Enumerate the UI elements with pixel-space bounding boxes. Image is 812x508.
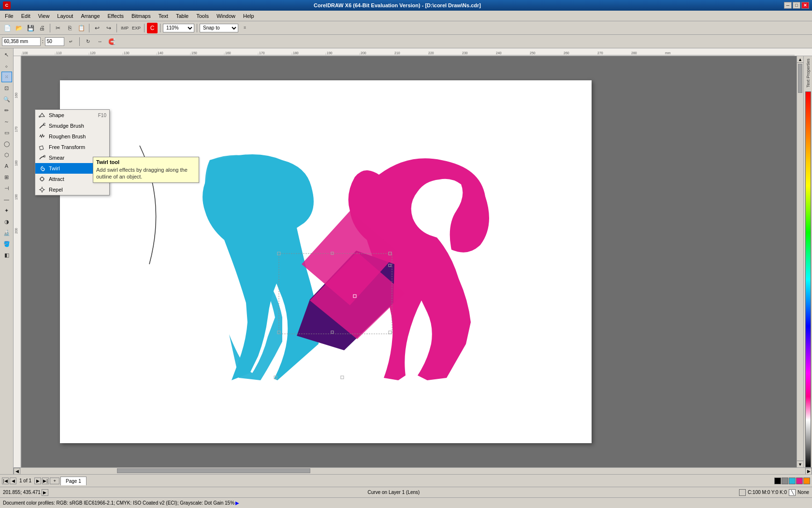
color-orange[interactable] — [803, 478, 810, 484]
mirror-h-btn[interactable]: ↔ — [95, 36, 105, 47]
maximize-button[interactable]: □ — [793, 2, 800, 9]
import-button[interactable]: IMP — [119, 23, 130, 33]
add-page-button[interactable]: + — [50, 478, 59, 484]
smart-fill[interactable]: ◧ — [1, 250, 12, 260]
coord-x-input[interactable] — [2, 37, 41, 46]
menu-tools[interactable]: Tools — [192, 12, 213, 20]
svg-text:220: 220 — [428, 51, 434, 55]
app-icon: C — [3, 1, 11, 9]
next-page-button[interactable]: ▶ — [34, 478, 41, 484]
effects-tool[interactable]: ✦ — [1, 205, 12, 216]
table-tool[interactable]: ⊞ — [1, 172, 12, 182]
crop-tool[interactable]: ⊡ — [1, 83, 12, 93]
coord-y-input[interactable] — [45, 37, 64, 46]
text-tool[interactable]: A — [1, 161, 12, 171]
menu-table[interactable]: Table — [172, 12, 192, 20]
menu-view[interactable]: View — [34, 12, 54, 20]
canvas-viewport[interactable]: Shape F10 Smudge Brush — [21, 56, 797, 467]
first-page-button[interactable]: |◀ — [2, 478, 9, 484]
export-button[interactable]: EXP — [131, 23, 142, 33]
color-cyan[interactable] — [789, 478, 796, 484]
vertical-scrollbar[interactable]: ▲ ▼ — [797, 56, 803, 467]
tooltip-description: Add swirl effects by dragging along the … — [96, 166, 196, 180]
menu-item-smudge[interactable]: Smudge Brush — [35, 120, 109, 131]
polygon-tool[interactable]: ⬡ — [1, 149, 12, 160]
tooltip-popup: Twirl tool Add swirl effects by dragging… — [93, 157, 199, 183]
rotation-btn[interactable]: ↻ — [83, 36, 93, 47]
menu-help[interactable]: Help — [239, 12, 258, 20]
prev-page-button[interactable]: ◀ — [10, 478, 16, 484]
svg-text:170: 170 — [14, 126, 18, 132]
shape-tool-group[interactable]: ⁙ — [1, 72, 12, 82]
scroll-down-button[interactable]: ▼ — [797, 461, 803, 467]
object-status: Curve on Layer 1 (Lens) — [53, 490, 734, 495]
save-button[interactable]: 💾 — [25, 23, 36, 33]
undo-button[interactable]: ↩ — [92, 23, 102, 33]
color-palette-strip[interactable] — [805, 91, 811, 467]
twirl-icon — [38, 164, 46, 172]
menu-file[interactable]: File — [1, 12, 17, 20]
eyedropper-tool[interactable]: 🔬 — [1, 227, 12, 238]
freehand-tool[interactable]: ✏ — [1, 105, 12, 116]
h-scroll-thumb[interactable] — [117, 468, 310, 473]
svg-text:150: 150 — [191, 51, 197, 55]
menu-item-shape[interactable]: Shape F10 — [35, 110, 109, 120]
scroll-right-button[interactable]: ▶ — [805, 468, 812, 474]
menu-edit[interactable]: Edit — [17, 12, 34, 20]
repel-icon — [38, 186, 46, 194]
redo-button[interactable]: ↪ — [103, 23, 114, 33]
menu-window[interactable]: Window — [213, 12, 239, 20]
scroll-up-button[interactable]: ▲ — [797, 56, 803, 63]
last-page-button[interactable]: ▶| — [42, 478, 49, 484]
twirl-label: Twirl — [49, 165, 60, 171]
node-tool[interactable]: ⬦ — [1, 60, 12, 71]
menu-text[interactable]: Text — [155, 12, 172, 20]
color-black[interactable] — [774, 478, 781, 484]
scroll-left-button[interactable]: ◀ — [14, 468, 20, 474]
roughen-label: Roughen Brush — [49, 134, 86, 139]
menu-layout[interactable]: Layout — [53, 12, 77, 20]
open-button[interactable]: 📂 — [14, 23, 24, 33]
coord-more-button[interactable]: ▶ — [42, 489, 48, 496]
zoom-select[interactable]: 110% 100% 75% 50% — [163, 24, 194, 32]
page-1-tab[interactable]: Page 1 — [60, 477, 87, 485]
svg-text:250: 250 — [530, 51, 536, 55]
svg-text:160: 160 — [14, 92, 18, 98]
connector-tool[interactable]: — — [1, 194, 12, 205]
scroll-thumb[interactable] — [798, 64, 802, 93]
close-button[interactable]: ✕ — [801, 2, 809, 9]
coord-apply[interactable]: ↵ — [66, 36, 76, 47]
snap-select[interactable]: Snap to — [200, 24, 238, 32]
transparency-tool[interactable]: ◑ — [1, 216, 12, 227]
menu-item-repel[interactable]: Repel — [35, 184, 109, 195]
svg-text:100: 100 — [22, 51, 28, 55]
print-button[interactable]: 🖨 — [37, 23, 47, 33]
svg-rect-47 — [341, 376, 344, 379]
select-tool[interactable]: ↖ — [1, 49, 12, 60]
menu-item-transform[interactable]: Free Transform — [35, 142, 109, 152]
copy-button[interactable]: ⎘ — [64, 23, 75, 33]
menu-arrange[interactable]: Arrange — [77, 12, 103, 20]
fill-tool[interactable]: 🪣 — [1, 239, 12, 249]
cut-button[interactable]: ✂ — [53, 23, 63, 33]
menu-item-roughen[interactable]: Roughen Brush — [35, 131, 109, 142]
color-gray[interactable] — [782, 478, 788, 484]
zoom-tool[interactable]: 🔍 — [1, 94, 12, 105]
smart-draw[interactable]: ～ — [1, 116, 12, 127]
new-button[interactable]: 📄 — [2, 23, 13, 33]
separator2 — [89, 24, 89, 32]
snap-magnet[interactable]: 🧲 — [107, 36, 117, 47]
minimize-button[interactable]: ─ — [784, 2, 792, 9]
snap-options[interactable]: ⌗ — [239, 23, 250, 33]
rectangle-tool[interactable]: ▭ — [1, 127, 12, 138]
ellipse-tool[interactable]: ◯ — [1, 138, 12, 149]
h-scroll-track[interactable] — [20, 468, 805, 474]
paste-button[interactable]: 📋 — [76, 23, 87, 33]
corel-connect[interactable]: C — [147, 23, 158, 33]
dimension-tool[interactable]: ⊣ — [1, 183, 12, 194]
menu-effects[interactable]: Effects — [104, 12, 128, 20]
menu-bitmaps[interactable]: Bitmaps — [128, 12, 155, 20]
coord-separator: : — [42, 39, 44, 44]
horizontal-scrollbar-area: ◀ ▶ — [14, 467, 812, 474]
color-magenta[interactable] — [796, 478, 803, 484]
